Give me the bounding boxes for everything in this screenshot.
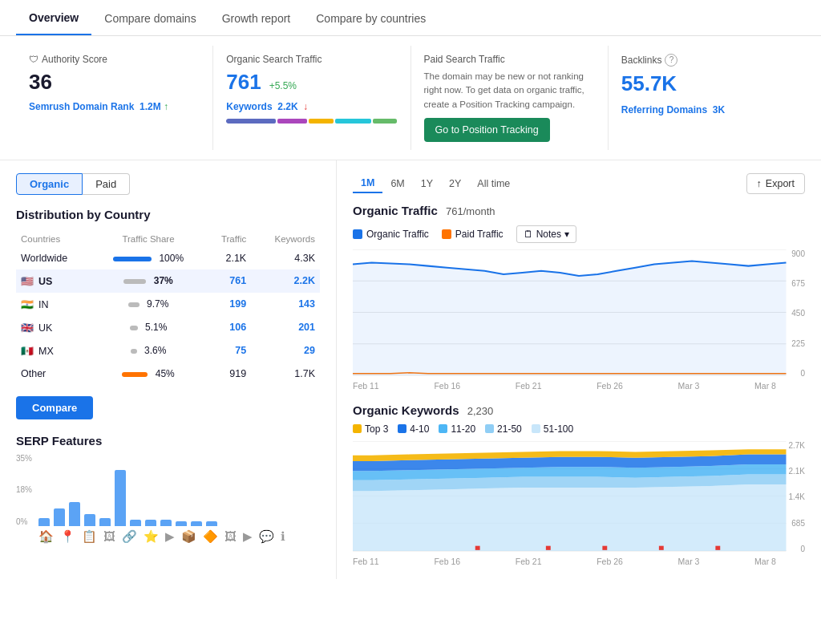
legend-4-10[interactable]: 4-10	[398, 423, 429, 435]
col-traffic: Traffic	[204, 231, 251, 247]
table-row: 🇮🇳IN 9.7% 199 143	[16, 293, 320, 316]
keywords-legend: Top 3 4-10 11-20 21-50 51-100	[353, 423, 805, 435]
organic-keywords-sub: Keywords 2.2K ↓	[226, 101, 397, 112]
organic-keywords-title: Organic Keywords 2,230	[353, 403, 805, 417]
distribution-title: Distribution by Country	[16, 208, 320, 221]
organic-traffic-card: Organic Search Traffic 761 +5.5% Keyword…	[213, 46, 410, 150]
legend-paid[interactable]: Paid Traffic	[442, 229, 504, 240]
legend-21-50[interactable]: 21-50	[485, 423, 522, 435]
referring-domains-row: Referring Domains 3K	[621, 104, 792, 115]
main-content: Organic Paid Distribution by Country Cou…	[0, 160, 821, 579]
organic-traffic-change: +5.5%	[269, 80, 297, 91]
traffic-bar	[128, 302, 140, 307]
authority-score-label: 🛡 Authority Score	[29, 54, 200, 65]
keywords-xaxis: Feb 11 Feb 16 Feb 21 Feb 26 Mar 3 Mar 8	[353, 557, 805, 566]
col-traffic-share: Traffic Share	[93, 231, 204, 247]
serp-features-title: SERP Features	[16, 434, 320, 448]
col-countries: Countries	[16, 231, 93, 247]
svg-rect-20	[715, 545, 720, 549]
table-row: 🇬🇧UK 5.1% 106 201	[16, 316, 320, 339]
chart-legend: Organic Traffic Paid Traffic 🗒 Notes ▾	[353, 225, 805, 243]
legend-51-100[interactable]: 51-100	[532, 423, 573, 435]
table-row: Worldwide 100% 2.1K 4.3K	[16, 247, 320, 269]
table-row: 🇲🇽MX 3.6% 75 29	[16, 339, 320, 363]
backlinks-card: Backlinks ? 55.7K Referring Domains 3K	[609, 46, 805, 150]
legend-11-20[interactable]: 11-20	[439, 423, 475, 435]
paid-traffic-card: Paid Search Traffic The domain may be ne…	[411, 46, 609, 150]
organic-traffic-label: Organic Search Traffic	[226, 54, 397, 65]
organic-paid-tabs: Organic Paid	[16, 173, 320, 195]
organic-traffic-chart: 900 675 450 225 0	[353, 249, 805, 378]
time-navigation: 1M 6M 1Y 2Y All time ↑ Export	[353, 173, 805, 194]
authority-score-card: 🛡 Authority Score 36 Semrush Domain Rank…	[16, 46, 213, 150]
svg-rect-17	[546, 545, 551, 549]
country-table: Countries Traffic Share Traffic Keywords…	[16, 231, 320, 385]
svg-marker-11	[353, 484, 787, 551]
traffic-bar	[123, 279, 146, 284]
tab-paid[interactable]: Paid	[83, 173, 130, 195]
serp-bars	[16, 454, 320, 526]
export-icon: ↑	[757, 178, 762, 189]
organic-traffic-chart-title: Organic Traffic 761/month	[353, 204, 805, 217]
serp-chart: 35% 18% 0%	[16, 454, 320, 526]
notes-toggle[interactable]: 🗒 Notes ▾	[516, 225, 576, 243]
svg-marker-5	[353, 261, 787, 375]
nav-compare-domains[interactable]: Compare domains	[91, 1, 208, 34]
table-row: 🇺🇸US 37% 761 2.2K	[16, 269, 320, 293]
chevron-down-icon: ▾	[564, 229, 569, 240]
keywords-bar	[226, 119, 397, 124]
metrics-row: 🛡 Authority Score 36 Semrush Domain Rank…	[0, 36, 821, 160]
keywords-subtitle: 2,230	[467, 405, 494, 417]
svg-rect-16	[475, 545, 480, 549]
tab-organic[interactable]: Organic	[16, 173, 83, 195]
info-icon: ?	[665, 54, 677, 67]
svg-rect-18	[602, 545, 607, 549]
time-1m[interactable]: 1M	[353, 174, 382, 193]
notes-icon: 🗒	[524, 229, 533, 240]
keywords-chart: 2.7K 2.1K 1.4K 685 0	[353, 441, 805, 553]
traffic-bar	[113, 257, 152, 261]
traffic-bar	[122, 372, 148, 377]
nav-overview[interactable]: Overview	[16, 0, 91, 35]
nav-growth-report[interactable]: Growth report	[209, 1, 304, 34]
serp-icons-row: 🏠📍📋 🖼🔗⭐ ▶📦🔶 🖼▶💬 ℹ	[16, 529, 320, 544]
legend-top3[interactable]: Top 3	[353, 423, 388, 435]
export-button[interactable]: ↑ Export	[746, 173, 805, 194]
legend-organic[interactable]: Organic Traffic	[353, 229, 429, 240]
paid-traffic-note: The domain may be new or not ranking rig…	[424, 70, 595, 111]
organic-legend-dot	[353, 229, 362, 239]
traffic-bar	[130, 326, 138, 330]
time-2y[interactable]: 2Y	[441, 175, 469, 192]
time-1y[interactable]: 1Y	[413, 175, 441, 192]
authority-sub: Semrush Domain Rank 1.2M ↑	[29, 101, 200, 112]
traffic-svg	[353, 249, 805, 378]
traffic-subtitle: 761/month	[446, 205, 495, 217]
backlinks-value: 55.7K	[621, 71, 792, 96]
backlinks-label: Backlinks ?	[621, 54, 792, 67]
left-panel: Organic Paid Distribution by Country Cou…	[0, 160, 337, 579]
right-panel: 1M 6M 1Y 2Y All time ↑ Export Organic Tr…	[337, 160, 821, 579]
position-tracking-button[interactable]: Go to Position Tracking	[424, 118, 550, 142]
organic-traffic-value: 761	[226, 70, 261, 95]
svg-rect-19	[659, 545, 664, 549]
traffic-bar	[131, 349, 137, 354]
col-keywords: Keywords	[251, 231, 320, 247]
table-row: Other 45% 919 1.7K	[16, 363, 320, 385]
time-all[interactable]: All time	[469, 175, 518, 192]
paid-legend-dot	[442, 229, 451, 239]
compare-button[interactable]: Compare	[16, 396, 93, 419]
keywords-svg	[353, 441, 805, 553]
traffic-xaxis: Feb 11 Feb 16 Feb 21 Feb 26 Mar 3 Mar 8	[353, 381, 805, 391]
time-6m[interactable]: 6M	[382, 175, 412, 192]
top-navigation: Overview Compare domains Growth report C…	[0, 0, 821, 36]
nav-compare-countries[interactable]: Compare by countries	[303, 1, 439, 34]
paid-traffic-label: Paid Search Traffic	[424, 54, 595, 65]
authority-score-value: 36	[29, 70, 200, 95]
